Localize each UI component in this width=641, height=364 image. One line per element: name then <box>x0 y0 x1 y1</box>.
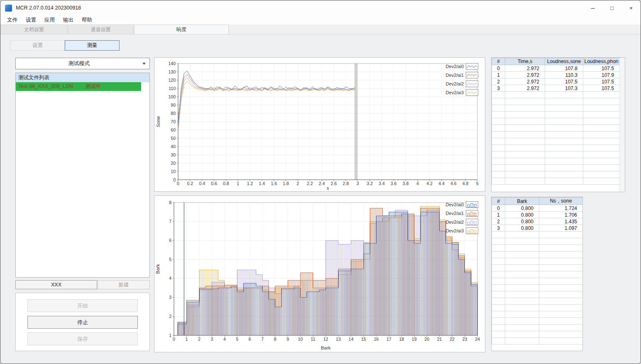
table-row[interactable]: 20.8001.435 <box>492 218 583 225</box>
table-cell <box>539 331 583 338</box>
table-row <box>492 178 620 185</box>
subtab-settings[interactable]: 设置 <box>10 40 65 51</box>
table-row <box>492 171 620 178</box>
svg-text:50: 50 <box>171 136 176 141</box>
table-cell <box>583 151 620 158</box>
table-cell: 3 <box>492 85 505 92</box>
svg-text:0: 0 <box>177 181 179 186</box>
table-cell: 110.3 <box>545 72 583 78</box>
table-cell: 107.5 <box>583 85 620 92</box>
subtab-measure[interactable]: 测量 <box>65 40 120 51</box>
table-cell: 107.5 <box>545 78 583 85</box>
table-row <box>492 92 620 98</box>
xxx-button[interactable]: XXX <box>15 280 97 289</box>
menu-help[interactable]: 帮助 <box>78 15 96 24</box>
table-cell <box>492 311 505 318</box>
table1-scrollbar[interactable] <box>619 58 625 192</box>
svg-text:1: 1 <box>237 181 239 186</box>
column-header: Ns，sone <box>539 198 583 205</box>
new-button[interactable]: 新建 <box>98 280 150 289</box>
menu-settings[interactable]: 设置 <box>22 15 40 24</box>
table-cell <box>492 151 505 158</box>
legend-item[interactable]: Dev2/ai1 <box>446 210 478 217</box>
table-cell <box>492 138 505 145</box>
menu-bar: 文件 设置 应用 输出 帮助 <box>0 15 641 24</box>
legend-item[interactable]: Dev2/ai0 <box>446 201 478 208</box>
table-row[interactable]: 22.972107.5107.5 <box>492 78 620 85</box>
table-cell <box>583 98 620 105</box>
tab-loudness[interactable]: 响度 <box>134 24 229 34</box>
minimize-button[interactable]: ─ <box>583 0 602 15</box>
table-cell <box>492 325 505 331</box>
list-item-test-file[interactable]: Test 88_XXX_009_LDN 测试中 <box>16 82 141 91</box>
legend-item[interactable]: Dev2/ai3 <box>446 227 478 234</box>
svg-text:60: 60 <box>171 127 176 132</box>
table-row <box>492 318 583 325</box>
stop-button[interactable]: 停止 <box>27 316 138 329</box>
bark-spectrum-chart[interactable]: 1234567801234567891011121314151617181920… <box>154 196 485 352</box>
legend-item[interactable]: Dev2/ai2 <box>446 81 478 87</box>
table-cell <box>505 338 539 344</box>
table-cell <box>539 271 583 278</box>
table-cell: 0.800 <box>505 205 539 212</box>
maximize-button[interactable]: □ <box>602 0 621 15</box>
table-row[interactable]: 30.8001.097 <box>492 225 583 232</box>
svg-text:14: 14 <box>349 337 354 342</box>
app-window: MCR 2.07.0.014 202300918 ─ □ × 文件 设置 应用 … <box>0 0 641 364</box>
save-button[interactable]: 保存 <box>27 332 138 345</box>
chevron-down-icon <box>142 63 146 65</box>
table-cell <box>505 245 539 252</box>
legend-label: Dev2/ai0 <box>446 202 464 207</box>
table-row[interactable]: 32.972107.3107.5 <box>492 85 620 92</box>
bark-table: #BarkNs，sone00.8001.72410.8001.70620.800… <box>492 197 583 344</box>
table-row[interactable]: 12.972110.3107.9 <box>492 72 620 78</box>
svg-text:110: 110 <box>169 86 176 91</box>
table-cell <box>492 171 505 178</box>
table-cell <box>505 298 539 305</box>
table-cell <box>583 92 620 98</box>
table-row <box>492 258 583 265</box>
test-file-list-header: 测试文件列表 <box>16 73 149 82</box>
svg-text:90: 90 <box>171 103 176 107</box>
svg-text:2.2: 2.2 <box>307 181 313 186</box>
svg-text:Sone: Sone <box>156 116 161 127</box>
table-row[interactable]: 00.8001.724 <box>492 205 583 212</box>
svg-text:120: 120 <box>168 78 176 83</box>
svg-text:3: 3 <box>357 181 359 186</box>
column-header: # <box>492 198 505 205</box>
table-row <box>492 271 583 278</box>
menu-apply[interactable]: 应用 <box>40 15 59 24</box>
svg-text:8: 8 <box>274 337 276 342</box>
start-button[interactable]: 开始 <box>27 299 138 312</box>
test-mode-select[interactable]: 测试模式 <box>15 58 150 69</box>
svg-text:2.8: 2.8 <box>343 181 349 186</box>
table-row[interactable]: 10.8001.706 <box>492 212 583 218</box>
legend-label: Dev2/ai2 <box>446 81 464 86</box>
loudness-time-chart[interactable]: 010203040506070809010011012013014000.20.… <box>154 58 485 191</box>
column-header: Loudness,sone <box>545 58 583 65</box>
content-area: 设置 测量 测试模式 测试文件列表 Test 88_XXX_009_LDN 测试… <box>0 34 641 364</box>
titlebar: MCR 2.07.0.014 202300918 ─ □ × <box>0 0 641 15</box>
bar-sample-icon <box>466 210 478 217</box>
legend-item[interactable]: Dev2/ai0 <box>446 63 478 70</box>
table-row <box>492 158 620 165</box>
close-button[interactable]: × <box>621 0 641 15</box>
legend-item[interactable]: Dev2/ai1 <box>446 72 478 78</box>
table-cell: 1.097 <box>539 225 583 232</box>
tab-channel-settings[interactable]: 通道设置 <box>68 24 134 34</box>
table-cell <box>505 151 545 158</box>
table-cell <box>492 291 505 298</box>
svg-text:2.4: 2.4 <box>319 181 325 186</box>
table-row[interactable]: 02.972107.8107.5 <box>492 65 620 72</box>
table-cell <box>505 158 545 165</box>
chart2-legend: Dev2/ai0Dev2/ai1Dev2/ai2Dev2/ai3 <box>446 201 478 236</box>
table-cell <box>505 271 539 278</box>
menu-file[interactable]: 文件 <box>3 15 22 24</box>
legend-item[interactable]: Dev2/ai2 <box>446 219 478 225</box>
svg-text:0.4: 0.4 <box>199 181 205 186</box>
tab-document-settings[interactable]: 文档设置 <box>1 24 67 34</box>
legend-label: Dev2/ai1 <box>446 73 464 78</box>
menu-output[interactable]: 输出 <box>59 15 78 24</box>
svg-text:30: 30 <box>171 152 176 157</box>
legend-item[interactable]: Dev2/ai3 <box>446 89 478 96</box>
